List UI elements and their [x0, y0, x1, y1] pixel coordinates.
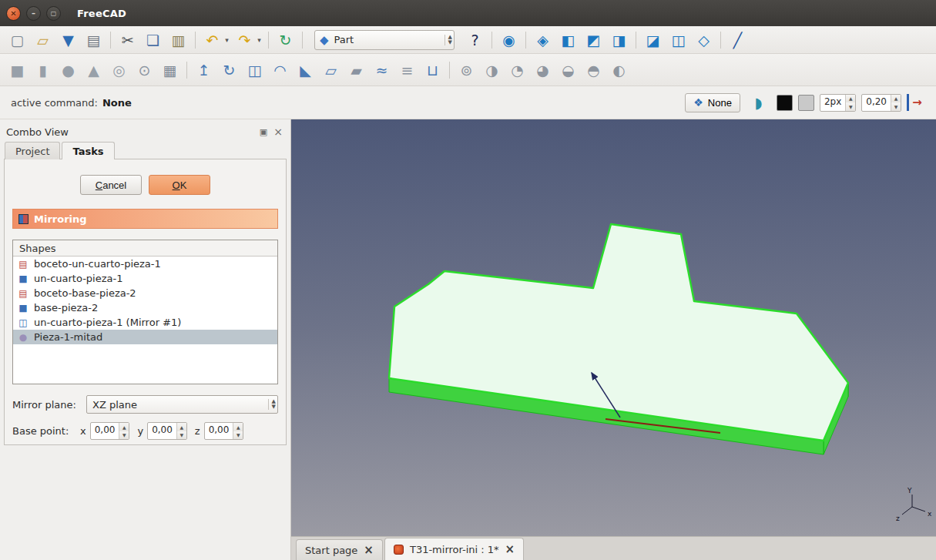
window-minimize-icon[interactable] [26, 6, 41, 21]
tab-tasks[interactable]: Tasks [62, 142, 114, 159]
refresh-icon[interactable]: ↻ [275, 29, 296, 50]
bottom-view-icon[interactable]: ◫ [668, 29, 689, 50]
loft-icon[interactable]: ▰ [346, 59, 367, 80]
spin-up-icon[interactable] [846, 95, 855, 103]
new-file-icon[interactable]: ▢ [7, 29, 28, 50]
export-view-icon[interactable] [907, 94, 925, 111]
spin-up-icon[interactable] [891, 95, 901, 103]
mirror-plane-select[interactable]: XZ plane [86, 395, 278, 414]
compound-icon[interactable]: ⊚ [456, 59, 477, 80]
workbench-selector-arrows[interactable] [445, 35, 452, 45]
boolean-icon[interactable]: ◑ [481, 59, 502, 80]
offset-icon[interactable]: ≡ [397, 59, 418, 80]
spin-up-icon[interactable] [119, 423, 129, 431]
revolve-icon[interactable]: ↻ [219, 59, 240, 80]
spin-down-icon[interactable] [846, 102, 855, 111]
base-point-z-arrows[interactable] [233, 423, 243, 439]
axonometric-view-icon[interactable]: ◈ [532, 29, 553, 50]
sphere-icon[interactable]: ● [58, 59, 79, 80]
spin-up-icon[interactable] [233, 423, 243, 431]
close-tab-icon[interactable] [505, 545, 515, 554]
front-view-icon[interactable]: ◧ [558, 29, 579, 50]
part-top-face[interactable] [389, 224, 848, 441]
tab-document[interactable]: T31-mirror-ini : 1* [384, 538, 524, 560]
cut-icon[interactable]: ✂ [117, 29, 138, 50]
x-axis-label: x [80, 425, 86, 437]
spin-down-icon[interactable] [177, 431, 186, 440]
tab-project[interactable]: Project [5, 142, 60, 159]
sweep-icon[interactable]: ≈ [371, 59, 392, 80]
base-point-y-arrows[interactable] [176, 423, 186, 439]
shape-list-item[interactable]: ■base-pieza-2 [13, 300, 277, 315]
float-panel-icon[interactable] [260, 127, 267, 137]
combo-view-tabs: Project Tasks [0, 141, 290, 159]
line-width-spinbox[interactable]: 2px [820, 94, 856, 112]
shape-list-item[interactable]: ●Pieza-1-mitad [13, 330, 277, 344]
open-folder-icon[interactable]: ▱ [32, 29, 53, 50]
undo-dropdown-icon[interactable]: ▾ [223, 29, 231, 50]
spin-down-icon[interactable] [119, 431, 129, 440]
rear-view-icon[interactable]: ◪ [642, 29, 663, 50]
left-view-icon[interactable]: ◇ [693, 29, 714, 50]
tab-start-page[interactable]: Start page [296, 539, 383, 560]
cone-icon[interactable]: ▲ [83, 59, 104, 80]
close-tab-icon[interactable] [364, 545, 374, 555]
copy-icon[interactable]: ❏ [143, 29, 163, 50]
spin-up-icon[interactable] [177, 423, 186, 431]
thickness-icon[interactable]: ⊔ [422, 59, 443, 80]
base-point-x-arrows[interactable] [119, 423, 129, 439]
shape-list-item[interactable]: ▤boceto-un-cuarto-pieza-1 [13, 257, 277, 271]
extrude-icon[interactable]: ↥ [193, 59, 214, 80]
window-close-icon[interactable] [6, 6, 21, 21]
mirror-plane-arrows[interactable] [268, 399, 276, 410]
paste-icon[interactable]: ▥ [168, 29, 189, 50]
line-color-swatch[interactable] [777, 95, 793, 111]
redo-icon[interactable]: ↷ [234, 29, 255, 50]
save-icon[interactable]: ▼ [58, 29, 79, 50]
base-point-y-field[interactable]: 0,00 [147, 422, 187, 440]
cancel-button[interactable]: Cancel [80, 175, 142, 195]
window-maximize-icon[interactable] [46, 6, 61, 21]
spin-down-icon[interactable] [448, 40, 452, 45]
shape-list-item[interactable]: ◫un-cuarto-pieza-1 (Mirror #1) [13, 315, 277, 330]
intersection-icon[interactable]: ◒ [558, 59, 579, 80]
cross-sections-icon[interactable]: ◐ [609, 59, 629, 80]
primitives-icon[interactable]: ⊙ [134, 59, 155, 80]
viewport-3d[interactable]: Y x z [291, 119, 936, 536]
mirror-tool-icon[interactable]: ◫ [244, 59, 265, 80]
appearance-icon[interactable]: ◗ [748, 92, 769, 113]
undo-icon[interactable]: ↶ [202, 29, 223, 50]
base-point-z-field[interactable]: 0,00 [204, 422, 244, 440]
ruled-surface-icon[interactable]: ▱ [320, 59, 341, 80]
base-point-x-field[interactable]: 0,00 [90, 422, 130, 440]
top-view-icon[interactable]: ◩ [583, 29, 604, 50]
print-icon[interactable]: ▤ [83, 29, 104, 50]
face-color-swatch[interactable] [798, 95, 814, 111]
close-panel-icon[interactable] [273, 126, 283, 138]
right-view-icon[interactable]: ◨ [609, 29, 629, 50]
union-icon[interactable]: ◕ [532, 59, 553, 80]
spin-down-icon[interactable] [233, 431, 243, 440]
boolean-cut-icon[interactable]: ◔ [507, 59, 528, 80]
fillet-icon[interactable]: ◠ [270, 59, 290, 80]
shape-list-item[interactable]: ▤boceto-base-pieza-2 [13, 286, 277, 300]
section-icon[interactable]: ◓ [583, 59, 604, 80]
chamfer-icon[interactable]: ◣ [295, 59, 316, 80]
fit-all-icon[interactable]: ◉ [498, 29, 519, 50]
workbench-selector[interactable]: ◆ Part [314, 30, 455, 50]
spin-down-icon[interactable] [891, 102, 901, 111]
measure-icon[interactable]: ╱ [727, 29, 748, 50]
redo-dropdown-icon[interactable]: ▾ [255, 29, 263, 50]
shape-builder-icon[interactable]: ▦ [159, 59, 180, 80]
ok-button[interactable]: OK [149, 175, 210, 195]
point-size-arrows[interactable] [891, 95, 901, 111]
line-width-arrows[interactable] [845, 95, 855, 111]
box-icon[interactable]: ■ [7, 59, 28, 80]
cylinder-icon[interactable]: ▮ [32, 59, 53, 80]
point-size-spinbox[interactable]: 0,20 [861, 94, 901, 112]
torus-icon[interactable]: ◎ [109, 59, 129, 80]
spin-down-icon[interactable] [272, 404, 276, 410]
whats-this-icon[interactable]: ? [465, 29, 485, 50]
shape-list-item[interactable]: ■un-cuarto-pieza-1 [13, 271, 277, 286]
selection-filter-button[interactable]: ❖ None [685, 93, 740, 112]
